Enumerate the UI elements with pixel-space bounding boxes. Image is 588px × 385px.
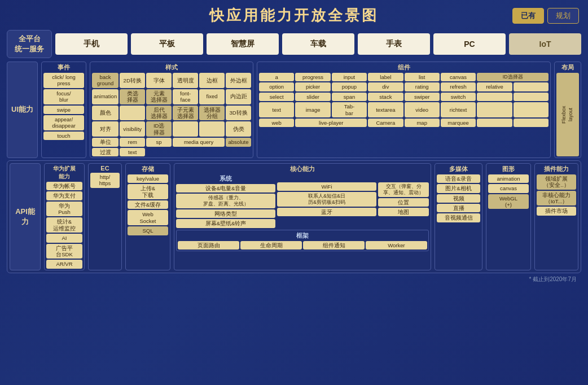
style-sp: sp	[146, 138, 172, 146]
styles-grid: background 2D转换 字体 透明度 边框 外边框 animation …	[92, 73, 251, 156]
layout-section: 布局 Flexboxlayout	[554, 62, 581, 158]
style-3d: 3D转换	[226, 106, 251, 121]
graphic-list: animation canvas WebGL(+)	[488, 174, 529, 209]
platform-row: 全平台统一服务 手机 平板 智慧屏 车载 手表 PC IoT	[7, 30, 581, 58]
comp-empty7	[514, 119, 548, 127]
style-empty1	[120, 106, 145, 121]
events-section: 事件 click/ longpress focus/blur swipe app…	[41, 62, 86, 158]
core-title: 核心能力	[176, 165, 429, 173]
components-section: 组件 a progress input label list canvas ID…	[257, 62, 551, 158]
style-id-selector: ID选择器	[146, 121, 172, 137]
platform-pc: PC	[433, 33, 506, 55]
framework-grid: 页面路由 生命周期 组件通知 Worker	[178, 241, 427, 250]
comp-id-selector: ID选择器	[477, 73, 548, 81]
storage-sql: SQL	[128, 226, 168, 235]
page-title: 快应用能力开放全景图	[7, 6, 581, 25]
storage-upload: 上传&下载	[128, 184, 168, 199]
storage-list: key/value 上传&下载 文件&缓存 WebSocket SQL	[128, 174, 168, 235]
huawei-section: 华为扩展能力 华为帐号 华为支付 华为Push 统计&运维监控 AI 广告平台S…	[44, 163, 85, 270]
plugin-list: 领域扩展（安全..） 非核心能力（IoT...） 插件市场	[537, 174, 576, 216]
style-opacity: 透明度	[173, 73, 198, 88]
fw-routing: 页面路由	[178, 241, 239, 250]
comp-popup: popup	[332, 82, 367, 91]
comp-empty6	[477, 119, 512, 127]
event-focus: focus/blur	[43, 89, 84, 104]
storage-kv: key/value	[128, 174, 168, 183]
wifi-list: WiFi 联系人&短信&日历&剪切板&扫码 蓝牙	[277, 182, 376, 216]
comp-camera: Camera	[368, 119, 403, 127]
comp-richtext: richtext	[441, 102, 476, 117]
event-click: click/ longpress	[43, 73, 84, 88]
layout-flexbox: Flexboxlayout	[556, 73, 579, 156]
media-video: 视频	[437, 194, 480, 203]
style-empty2	[173, 121, 198, 137]
comp-tabbar: Tab-bar	[332, 102, 367, 117]
platform-label: 全平台统一服务	[7, 30, 52, 58]
comp-text: text	[259, 102, 294, 117]
style-unit: 单位	[92, 138, 119, 146]
media-photo: 图片&相机	[437, 184, 480, 193]
huawei-list: 华为帐号 华为支付 华为Push 统计&运维监控 AI 广告平台SDK AR/V…	[46, 182, 82, 269]
comp-select: select	[259, 93, 294, 101]
planned-button[interactable]: 规划	[547, 8, 579, 24]
comp-empty3	[514, 93, 548, 101]
components-grid: a progress input label list canvas ID选择器…	[259, 73, 548, 127]
event-swipe: swipe	[43, 106, 84, 114]
sys-device: 设备&电量&音量	[176, 184, 275, 193]
style-2d: 2D转换	[120, 73, 145, 88]
storage-title: 存储	[128, 165, 168, 173]
comp-switch: switch	[441, 93, 476, 101]
existing-button[interactable]: 已有	[512, 8, 544, 24]
comp-video: video	[405, 102, 440, 117]
comp-swiper: swiper	[405, 93, 440, 101]
graphic-webgl: WebGL(+)	[488, 194, 529, 209]
graphic-section: 图形 animation canvas WebGL(+)	[486, 163, 531, 270]
events-title: 事件	[43, 63, 84, 72]
storage-section: 存储 key/value 上传&下载 文件&缓存 WebSocket SQL	[125, 163, 170, 270]
system-title: 系统	[176, 174, 275, 183]
layout-title: 布局	[556, 63, 579, 72]
main-container: 快应用能力开放全景图 已有 规划 全平台统一服务 手机 平板 智慧屏 车载 手表…	[0, 0, 588, 385]
style-pseudo: 伪类	[226, 121, 251, 137]
comp-marquee: marquee	[441, 119, 476, 127]
ec-title: EC	[90, 165, 120, 172]
style-text: text	[120, 148, 145, 156]
comp-option: option	[259, 82, 294, 91]
comp-div: div	[368, 82, 403, 91]
media-voice: 语音&录音	[437, 174, 480, 183]
comp-empty5	[514, 102, 548, 117]
style-rem: rem	[120, 138, 145, 146]
graphic-animation: animation	[488, 174, 529, 183]
style-group-selector: 选择器分组	[199, 106, 225, 121]
footnote: * 截止到2020年7月	[7, 275, 581, 283]
media-list: 语音&录音 图片&相机 视频 直播 音视频通信	[437, 174, 480, 222]
components-title: 组件	[259, 63, 548, 72]
storage-websocket: WebSocket	[128, 210, 168, 225]
framework-section: 框架 页面路由 生命周期 组件通知 Worker	[176, 230, 429, 251]
style-font: 字体	[146, 73, 172, 88]
plugin-section: 插件能力 领域扩展（安全..） 非核心能力（IoT...） 插件市场	[534, 163, 578, 270]
event-touch: touch	[43, 132, 84, 140]
style-visibility: visibility	[120, 121, 145, 137]
plugin-title: 插件能力	[537, 165, 576, 173]
fw-component-notify: 组件通知	[303, 241, 365, 250]
style-empty3	[199, 121, 225, 137]
comp-a: a	[259, 73, 294, 81]
comp-empty2	[477, 93, 512, 101]
ec-section: EC http/https	[88, 163, 122, 270]
event-appear: appear/disappear	[43, 115, 84, 130]
hw-push: 华为Push	[46, 202, 82, 217]
interaction-list: 交互（弹窗、分享、通知、震动） 位置 地图	[378, 182, 429, 216]
media-title: 多媒体	[437, 165, 480, 173]
sys-contact: 联系人&短信&日历&剪切板&扫码	[277, 192, 376, 207]
graphic-canvas: canvas	[488, 184, 529, 193]
style-class-selector: 类选择器	[120, 89, 145, 104]
comp-label: label	[368, 73, 403, 81]
hw-arvr: AR/VR	[46, 260, 82, 268]
style-transition: 过渡	[92, 148, 119, 156]
sys-interaction: 交互（弹窗、分享、通知、震动）	[378, 182, 429, 197]
sys-sensor: 传感器（重力、罗盘、距离、光线）	[176, 194, 275, 208]
style-border: 边框	[199, 73, 225, 88]
style-media-query: media query	[173, 138, 225, 146]
hw-sdk: 广告平台SDK	[46, 244, 82, 259]
